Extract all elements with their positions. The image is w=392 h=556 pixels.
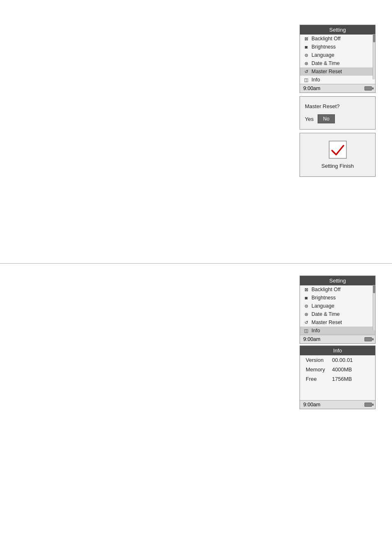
setting-header-top: Setting xyxy=(300,25,375,35)
dialog-buttons: Yes No xyxy=(305,114,370,123)
language-icon-b: ⊜ xyxy=(303,303,309,309)
dialog-no-button[interactable]: No xyxy=(318,114,334,123)
free-value: 1756MB xyxy=(332,376,352,382)
masterreset-icon: ↺ xyxy=(303,69,309,74)
masterreset-icon-b: ↺ xyxy=(303,320,309,325)
info-footer: 9:00am xyxy=(300,400,375,409)
datetime-icon: ⊛ xyxy=(303,61,309,66)
scrollbar-thumb-top xyxy=(373,34,375,42)
top-panel-group: Setting ⊠ Backlight Off ◙ Brightness ⊜ L… xyxy=(300,25,376,177)
section-divider xyxy=(0,263,392,264)
info-spacer xyxy=(300,384,375,400)
footer-time-bottom-setting: 9:00am xyxy=(303,336,321,342)
menu-item-brightness-b[interactable]: ◙ Brightness xyxy=(300,294,375,302)
dialog-title: Master Reset? xyxy=(305,103,370,109)
language-icon: ⊜ xyxy=(303,53,309,58)
menu-item-masterreset-top[interactable]: ↺ Master Reset xyxy=(300,67,375,76)
battery-icon-info xyxy=(364,403,372,407)
dialog-yes-label[interactable]: Yes xyxy=(305,116,314,122)
master-reset-dialog: Master Reset? Yes No xyxy=(300,96,376,130)
footer-top: 9:00am xyxy=(300,84,375,93)
menu-item-info-top[interactable]: ◫ Info xyxy=(300,76,375,84)
version-label: Version xyxy=(306,357,329,363)
menu-item-language-top[interactable]: ⊜ Language xyxy=(300,51,375,59)
backlight-icon: ⊠ xyxy=(303,36,309,42)
datetime-icon-b: ⊛ xyxy=(303,312,309,317)
menu-item-language-b[interactable]: ⊜ Language xyxy=(300,302,375,310)
menu-item-brightness-top[interactable]: ◙ Brightness xyxy=(300,43,375,51)
backlight-icon-b: ⊠ xyxy=(303,287,309,292)
menu-item-info-b[interactable]: ◫ Info xyxy=(300,327,375,335)
brightness-icon-b: ◙ xyxy=(303,295,309,300)
info-icon-b: ◫ xyxy=(303,328,309,334)
info-row-memory: Memory 4000MB xyxy=(300,365,375,374)
checkmark-icon xyxy=(329,141,347,159)
scrollbar-top[interactable] xyxy=(373,34,375,79)
footer-bottom-setting: 9:00am xyxy=(300,335,375,343)
info-panel: Info Version 00.00.01 Memory 4000MB Free… xyxy=(300,345,376,409)
menu-item-masterreset-b[interactable]: ↺ Master Reset xyxy=(300,318,375,327)
memory-value: 4000MB xyxy=(332,366,352,373)
scrollbar-bottom[interactable] xyxy=(373,285,375,330)
info-footer-time: 9:00am xyxy=(303,402,321,408)
menu-item-backlight-off[interactable]: ⊠ Backlight Off xyxy=(300,35,375,43)
version-value: 00.00.01 xyxy=(332,357,353,363)
memory-label: Memory xyxy=(306,366,329,373)
brightness-icon: ◙ xyxy=(303,44,309,49)
setting-header-bottom: Setting xyxy=(300,276,375,285)
scrollbar-thumb-bottom xyxy=(373,285,375,293)
finish-text: Setting Finish xyxy=(321,163,354,169)
info-row-free: Free 1756MB xyxy=(300,374,375,384)
info-icon-top: ◫ xyxy=(303,77,309,83)
menu-item-backlight-off-b[interactable]: ⊠ Backlight Off xyxy=(300,285,375,294)
setting-menu-panel-bottom: Setting ⊠ Backlight Off ◙ Brightness ⊜ L… xyxy=(300,276,376,344)
battery-icon-top xyxy=(364,86,372,90)
svg-rect-0 xyxy=(329,141,346,158)
bottom-panel-group: Setting ⊠ Backlight Off ◙ Brightness ⊜ L… xyxy=(300,276,376,409)
battery-icon-bottom-setting xyxy=(364,337,372,341)
menu-item-datetime-b[interactable]: ⊛ Date & Time xyxy=(300,310,375,318)
setting-finish-panel: Setting Finish xyxy=(300,133,376,177)
menu-item-datetime-top[interactable]: ⊛ Date & Time xyxy=(300,59,375,67)
setting-menu-panel-top: Setting ⊠ Backlight Off ◙ Brightness ⊜ L… xyxy=(300,25,376,93)
info-row-version: Version 00.00.01 xyxy=(300,355,375,365)
free-label: Free xyxy=(306,376,329,382)
info-panel-header: Info xyxy=(300,346,375,355)
footer-time-top: 9:00am xyxy=(303,86,321,91)
